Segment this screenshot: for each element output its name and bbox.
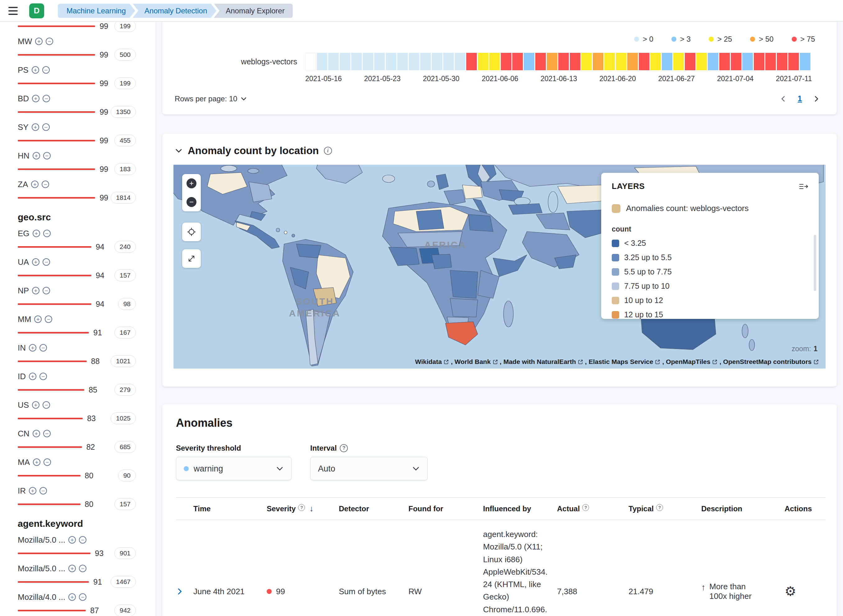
swimlane-cell[interactable] bbox=[420, 53, 431, 70]
add-filter-icon[interactable]: + bbox=[32, 95, 40, 102]
add-filter-icon[interactable]: + bbox=[33, 152, 40, 160]
remove-filter-icon[interactable]: − bbox=[79, 536, 86, 544]
map-zoom-in-button[interactable]: + bbox=[182, 174, 201, 193]
space-avatar[interactable]: D bbox=[29, 3, 44, 18]
swimlane-cell[interactable] bbox=[489, 53, 500, 70]
help-icon[interactable]: ? bbox=[656, 504, 663, 511]
help-icon[interactable]: ? bbox=[298, 504, 305, 511]
map-attribution-link[interactable]: Elastic Maps Service , bbox=[589, 358, 664, 365]
swimlane-cell[interactable] bbox=[685, 53, 695, 70]
remove-filter-icon[interactable]: − bbox=[43, 401, 50, 409]
swimlane-cell[interactable] bbox=[351, 53, 362, 70]
column-header-detector[interactable]: Detector bbox=[339, 497, 408, 520]
add-filter-icon[interactable]: + bbox=[68, 536, 76, 544]
add-filter-icon[interactable]: + bbox=[29, 487, 37, 494]
swimlane-cell[interactable] bbox=[558, 53, 569, 70]
menu-icon[interactable] bbox=[4, 2, 22, 20]
swimlane-cell[interactable] bbox=[512, 53, 523, 70]
collapse-chevron-icon[interactable] bbox=[175, 147, 183, 155]
map-attribution-link[interactable]: OpenMapTiles , bbox=[666, 358, 721, 365]
column-header-time[interactable]: Time bbox=[194, 497, 267, 520]
remove-filter-icon[interactable]: − bbox=[79, 593, 86, 601]
add-filter-icon[interactable]: + bbox=[33, 430, 40, 437]
remove-filter-icon[interactable]: − bbox=[43, 152, 51, 160]
map-attribution-link[interactable]: Made with NaturalEarth , bbox=[503, 358, 586, 365]
swimlane-cell[interactable] bbox=[708, 53, 718, 70]
swimlane-cell[interactable] bbox=[374, 53, 385, 70]
remove-filter-icon[interactable]: − bbox=[46, 38, 53, 45]
swimlane-cell[interactable] bbox=[535, 53, 546, 70]
column-header-found-for[interactable]: Found for bbox=[408, 497, 483, 520]
map-fullscreen-button[interactable] bbox=[182, 249, 201, 268]
column-header-actions[interactable]: Actions bbox=[784, 497, 825, 520]
severity-threshold-select[interactable]: warning bbox=[176, 457, 292, 481]
map-zoom-out-button[interactable]: − bbox=[182, 193, 201, 211]
swimlane-cell[interactable] bbox=[639, 53, 649, 70]
sort-desc-icon[interactable]: ↓ bbox=[309, 504, 313, 513]
column-header-influenced-by[interactable]: Influenced by bbox=[483, 497, 557, 520]
add-filter-icon[interactable]: + bbox=[32, 66, 39, 74]
swimlane-cell[interactable] bbox=[777, 53, 787, 70]
add-filter-icon[interactable]: + bbox=[35, 38, 43, 45]
swimlane-cell[interactable] bbox=[627, 53, 638, 70]
swimlane-cell[interactable] bbox=[478, 53, 488, 70]
remove-filter-icon[interactable]: − bbox=[43, 95, 50, 102]
remove-filter-icon[interactable]: − bbox=[42, 123, 50, 131]
remove-filter-icon[interactable]: − bbox=[40, 373, 47, 380]
remove-filter-icon[interactable]: − bbox=[43, 287, 50, 294]
remove-filter-icon[interactable]: − bbox=[44, 458, 51, 466]
swimlane-cell[interactable] bbox=[524, 53, 534, 70]
help-icon[interactable]: ? bbox=[340, 444, 348, 452]
remove-filter-icon[interactable]: − bbox=[42, 180, 49, 188]
swimlane-cell[interactable] bbox=[604, 53, 615, 70]
swimlane-cell[interactable] bbox=[432, 53, 442, 70]
help-icon[interactable]: ? bbox=[582, 504, 589, 511]
info-icon[interactable]: i bbox=[324, 147, 332, 155]
world-map[interactable]: AFRICA SOUTH AMERICA + − bbox=[173, 165, 825, 369]
breadcrumb-item[interactable]: Machine Learning bbox=[58, 4, 135, 18]
swimlane-cell[interactable] bbox=[501, 53, 511, 70]
map-attribution-link[interactable]: OpenStreetMap contributors bbox=[723, 358, 820, 365]
swimlane-cell[interactable] bbox=[719, 53, 730, 70]
swimlane-cell[interactable] bbox=[363, 53, 373, 70]
add-filter-icon[interactable]: + bbox=[68, 593, 76, 601]
add-filter-icon[interactable]: + bbox=[31, 180, 38, 188]
swimlane-cell[interactable] bbox=[673, 53, 684, 70]
swimlane-cell[interactable] bbox=[547, 53, 557, 70]
column-header-description[interactable]: Description bbox=[701, 497, 784, 520]
remove-filter-icon[interactable]: − bbox=[43, 430, 51, 437]
add-filter-icon[interactable]: + bbox=[33, 458, 40, 466]
map-attribution-link[interactable]: Wikidata , bbox=[415, 358, 453, 365]
add-filter-icon[interactable]: + bbox=[33, 230, 40, 237]
swimlane-cell[interactable] bbox=[731, 53, 741, 70]
remove-filter-icon[interactable]: − bbox=[45, 315, 52, 323]
map-attribution-link[interactable]: World Bank , bbox=[454, 358, 501, 365]
swimlane-cell[interactable] bbox=[570, 53, 581, 70]
add-filter-icon[interactable]: + bbox=[29, 373, 37, 380]
swimlane-cell[interactable] bbox=[340, 53, 350, 70]
swimlane-cell[interactable] bbox=[409, 53, 419, 70]
add-filter-icon[interactable]: + bbox=[29, 344, 37, 352]
add-filter-icon[interactable]: + bbox=[32, 401, 40, 409]
row-expand-icon[interactable] bbox=[176, 588, 188, 595]
add-filter-icon[interactable]: + bbox=[32, 287, 40, 294]
swimlane-cell[interactable] bbox=[581, 53, 592, 70]
next-page-icon[interactable] bbox=[812, 95, 820, 103]
swimlane-cell[interactable] bbox=[696, 53, 707, 70]
swimlane-cell[interactable] bbox=[765, 53, 776, 70]
remove-filter-icon[interactable]: − bbox=[42, 66, 50, 74]
remove-filter-icon[interactable]: − bbox=[79, 565, 86, 572]
swimlane-cell[interactable] bbox=[800, 53, 810, 70]
swimlane-cell[interactable] bbox=[662, 53, 672, 70]
gear-icon[interactable]: ⚙ bbox=[784, 584, 796, 598]
remove-filter-icon[interactable]: − bbox=[40, 344, 47, 352]
page-number[interactable]: 1 bbox=[798, 94, 802, 103]
swimlane-cell[interactable] bbox=[317, 53, 327, 70]
column-header-actual[interactable]: Actual? bbox=[557, 497, 629, 520]
add-filter-icon[interactable]: + bbox=[34, 315, 42, 323]
swimlane-cell[interactable] bbox=[754, 53, 764, 70]
swimlane-cell[interactable] bbox=[386, 53, 396, 70]
swimlane-cell[interactable] bbox=[328, 53, 339, 70]
panel-scrollbar[interactable] bbox=[814, 235, 816, 291]
column-header-typical[interactable]: Typical? bbox=[629, 497, 701, 520]
